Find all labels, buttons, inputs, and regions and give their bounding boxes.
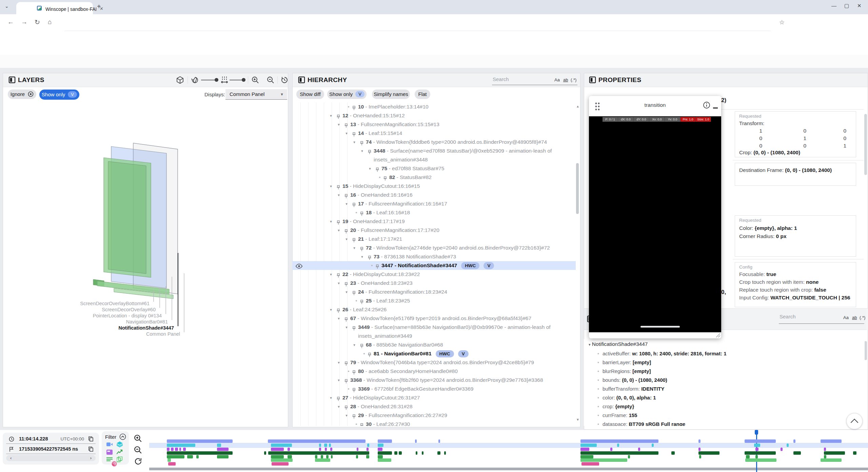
timeline-zoom-reset-icon[interactable]	[134, 457, 142, 466]
pin-icon[interactable]	[360, 245, 364, 250]
hierarchy-row[interactable]: ▾23 - OneHanded:18:23#23	[292, 279, 576, 288]
hierarchy-row[interactable]: •30 - Leaf:26:27#30	[292, 420, 576, 426]
match-word-icon[interactable]: ab	[852, 315, 857, 320]
expand-arrow-icon[interactable]: ▾	[328, 393, 334, 402]
timeline-segment-ime[interactable]	[196, 455, 199, 458]
hierarchy-row[interactable]: ▾79 - WindowToken{7046b4a type=2024 andr…	[292, 358, 576, 367]
timeline-segment-protolog[interactable]	[399, 451, 402, 455]
resize-handle[interactable]	[715, 333, 720, 337]
hierarchy-row[interactable]: ▾28 - OneHanded:26:31#28	[292, 402, 576, 411]
timeline-segment-window-manager[interactable]	[175, 448, 178, 451]
timeline-segment-window-manager[interactable]	[179, 448, 181, 451]
visibility-icon[interactable]	[295, 263, 303, 268]
expand-arrow[interactable]: ▾	[589, 342, 591, 347]
pin-icon[interactable]	[360, 422, 364, 426]
info-icon[interactable]	[703, 101, 710, 109]
bookmark-star-icon[interactable]: ☆	[779, 19, 785, 26]
hierarchy-row[interactable]: ▾3448 - Surface(name=ed70f88 StatusBar)/…	[292, 146, 576, 164]
property-item[interactable]: •currFrame: 155	[597, 412, 637, 418]
minimize-icon[interactable]	[713, 107, 718, 109]
pin-icon[interactable]	[368, 351, 372, 356]
pin-icon[interactable]	[352, 237, 356, 241]
hierarchy-row[interactable]: ▾75 - ed70f88 StatusBar#75	[292, 164, 576, 173]
properties-scrollbar-thumb[interactable]	[864, 114, 867, 175]
match-word-icon[interactable]: ab	[563, 77, 568, 82]
timeline-segment-ime[interactable]	[326, 455, 329, 458]
property-item[interactable]: •crop: {empty}	[597, 404, 634, 409]
spacing-slider-thumb[interactable]	[242, 78, 245, 82]
hierarchy-row[interactable]: •10 - ImePlaceholder:13:14#10	[292, 102, 576, 111]
timeline-segment-ime[interactable]	[167, 455, 184, 458]
timeline-segment-view-capture[interactable]	[378, 458, 391, 462]
timeline-segment-ime[interactable]	[628, 455, 630, 458]
pin-icon[interactable]	[360, 210, 364, 215]
timeline-segment-protolog[interactable]	[444, 451, 446, 455]
timeline-segment-surface-flinger[interactable]	[324, 444, 327, 447]
pin-icon[interactable]	[368, 254, 372, 259]
timeline-strip[interactable]	[149, 430, 868, 472]
simplify-names-button[interactable]: Simplify names	[372, 90, 410, 99]
timeline-segment-transactions[interactable]	[268, 439, 366, 443]
timeline-segment-window-manager[interactable]	[357, 448, 358, 451]
hierarchy-row[interactable]: •80 - ace6abb SecondaryHomeHandle0#80	[292, 367, 576, 376]
pin-icon[interactable]	[352, 325, 356, 330]
copy-icon[interactable]	[88, 446, 94, 452]
timeline-segment-ime[interactable]	[746, 455, 750, 458]
timeline-segment-surface-flinger[interactable]	[367, 444, 369, 447]
zoom-out-icon[interactable]	[267, 76, 275, 84]
window-close-button[interactable]: ✕	[857, 3, 862, 9]
forward-button[interactable]: →	[21, 18, 27, 26]
zoom-in-icon[interactable]	[251, 76, 259, 84]
timeline-segment-view-capture[interactable]	[821, 458, 842, 462]
pin-icon[interactable]	[352, 387, 356, 391]
timeline-segment-transactions[interactable]	[821, 439, 842, 443]
timeline-zoom-out-icon[interactable]	[134, 446, 142, 454]
pin-icon[interactable]	[336, 113, 340, 118]
hierarchy-row[interactable]: ▾17 - FullscreenMagnification:16:16#17	[292, 199, 576, 208]
timeline-segment-protolog[interactable]	[698, 451, 719, 455]
timeline-segment-surface-flinger[interactable]	[329, 444, 331, 447]
screen-recording-icon[interactable]	[106, 442, 113, 447]
hierarchy-scrollbar-thumb[interactable]	[576, 163, 579, 214]
window-manager-trace-icon[interactable]	[106, 450, 113, 455]
expand-arrow-icon[interactable]: ▾	[336, 279, 341, 288]
timeline-segment-protolog[interactable]	[824, 451, 845, 455]
hierarchy-search-input[interactable]	[492, 76, 551, 82]
layer-label[interactable]: Common Panel	[3, 331, 180, 337]
rotation-icon[interactable]	[191, 76, 199, 84]
timeline-segment-transactions[interactable]	[167, 439, 233, 443]
timeline-segment-view-capture[interactable]	[271, 458, 293, 462]
ignore-chip[interactable]: Ignore	[8, 90, 36, 99]
timeline-segment-window-manager[interactable]	[610, 448, 612, 451]
pin-icon[interactable]	[360, 342, 364, 347]
timeline-segment-protolog[interactable]	[437, 451, 440, 455]
hierarchy-row[interactable]: ▾21 - Leaf:17:17#21	[292, 235, 576, 243]
displays-dropdown[interactable]: Common Panel▼	[225, 89, 287, 100]
transactions-trace-icon[interactable]	[117, 450, 123, 455]
pin-icon[interactable]	[344, 281, 348, 286]
transitions-trace-icon[interactable]	[112, 461, 117, 467]
hierarchy-row[interactable]: ▾68 - 885b63e NavigationBar0#68	[292, 340, 576, 349]
hierarchy-row[interactable]: ▾27 - HideDisplayCutout:26:31#27	[292, 393, 576, 402]
timeline-segment-ime[interactable]	[366, 455, 369, 458]
timeline-segment-view-capture[interactable]	[167, 458, 171, 462]
hierarchy-row[interactable]: ▾20 - FullscreenMagnification:17:17#20	[292, 226, 576, 235]
pin-icon[interactable]	[375, 263, 379, 268]
surface-flinger-trace-icon[interactable]	[117, 441, 123, 447]
expand-arrow-icon[interactable]: ▾	[336, 376, 341, 385]
timeline-segment-protolog[interactable]	[793, 451, 801, 455]
regex-icon[interactable]: (.*)	[860, 315, 865, 320]
properties-search-input[interactable]	[779, 313, 834, 320]
expand-arrow-icon[interactable]: ▾	[336, 358, 341, 367]
timeline-segment-ime[interactable]	[356, 455, 358, 458]
timeline-range-bar[interactable]	[149, 468, 868, 470]
timeline-segment-transactions[interactable]	[793, 439, 795, 443]
timeline-segment-ime[interactable]	[699, 455, 701, 458]
pin-icon[interactable]	[360, 298, 364, 303]
timeline-segment-window-manager[interactable]	[367, 448, 369, 451]
reload-button[interactable]: ↻	[35, 18, 40, 26]
expand-arrow-icon[interactable]: ▾	[344, 129, 349, 138]
timeline-segment-view-capture[interactable]	[315, 458, 330, 462]
browser-tab[interactable]: Winscope | sandbox-FAIL ✕	[16, 2, 93, 14]
expand-arrow-icon[interactable]: ▾	[367, 164, 373, 173]
